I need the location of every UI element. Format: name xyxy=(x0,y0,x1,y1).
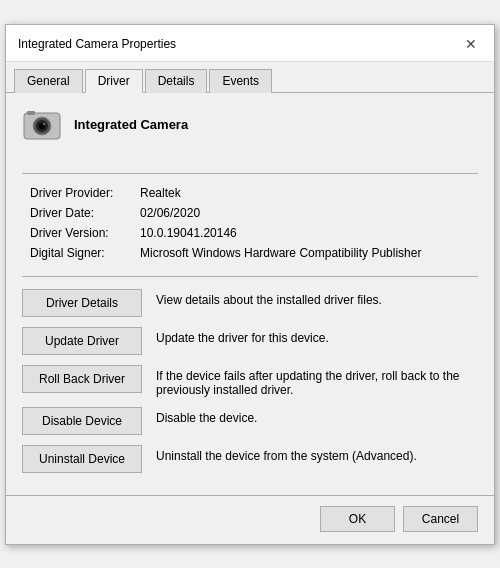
update-driver-button[interactable]: Update Driver xyxy=(22,327,142,355)
dialog-title: Integrated Camera Properties xyxy=(18,37,176,51)
info-row-date: Driver Date: 02/06/2020 xyxy=(30,206,478,220)
info-row-version: Driver Version: 10.0.19041.20146 xyxy=(30,226,478,240)
close-button[interactable]: ✕ xyxy=(460,33,482,55)
cancel-button[interactable]: Cancel xyxy=(403,506,478,532)
tab-events[interactable]: Events xyxy=(209,69,272,93)
device-name: Integrated Camera xyxy=(74,117,188,132)
label-version: Driver Version: xyxy=(30,226,140,240)
camera-icon xyxy=(22,105,62,145)
driver-details-button[interactable]: Driver Details xyxy=(22,289,142,317)
action-rollback-driver: Roll Back Driver If the device fails aft… xyxy=(22,365,478,397)
svg-rect-5 xyxy=(27,111,35,115)
svg-point-4 xyxy=(43,123,45,125)
tab-general[interactable]: General xyxy=(14,69,83,93)
value-version: 10.0.19041.20146 xyxy=(140,226,237,240)
tab-details[interactable]: Details xyxy=(145,69,208,93)
title-bar: Integrated Camera Properties ✕ xyxy=(6,25,494,62)
disable-device-button[interactable]: Disable Device xyxy=(22,407,142,435)
action-uninstall-device: Uninstall Device Uninstall the device fr… xyxy=(22,445,478,473)
value-provider: Realtek xyxy=(140,186,181,200)
value-date: 02/06/2020 xyxy=(140,206,200,220)
rollback-driver-button[interactable]: Roll Back Driver xyxy=(22,365,142,393)
update-driver-desc: Update the driver for this device. xyxy=(156,327,478,345)
actions-divider xyxy=(22,276,478,277)
uninstall-device-desc: Uninstall the device from the system (Ad… xyxy=(156,445,478,463)
action-driver-details: Driver Details View details about the in… xyxy=(22,289,478,317)
ok-button[interactable]: OK xyxy=(320,506,395,532)
disable-device-desc: Disable the device. xyxy=(156,407,478,425)
rollback-driver-desc: If the device fails after updating the d… xyxy=(156,365,478,397)
driver-details-desc: View details about the installed driver … xyxy=(156,289,478,307)
value-signer: Microsoft Windows Hardware Compatibility… xyxy=(140,246,421,260)
dialog-footer: OK Cancel xyxy=(6,495,494,544)
properties-dialog: Integrated Camera Properties ✕ General D… xyxy=(5,24,495,545)
label-signer: Digital Signer: xyxy=(30,246,140,260)
driver-info-table: Driver Provider: Realtek Driver Date: 02… xyxy=(30,186,478,260)
device-header: Integrated Camera xyxy=(22,105,478,157)
info-row-signer: Digital Signer: Microsoft Windows Hardwa… xyxy=(30,246,478,260)
tab-content: Integrated Camera Driver Provider: Realt… xyxy=(6,93,494,495)
tab-bar: General Driver Details Events xyxy=(6,62,494,93)
header-divider xyxy=(22,173,478,174)
uninstall-device-button[interactable]: Uninstall Device xyxy=(22,445,142,473)
label-provider: Driver Provider: xyxy=(30,186,140,200)
info-row-provider: Driver Provider: Realtek xyxy=(30,186,478,200)
action-update-driver: Update Driver Update the driver for this… xyxy=(22,327,478,355)
label-date: Driver Date: xyxy=(30,206,140,220)
action-disable-device: Disable Device Disable the device. xyxy=(22,407,478,435)
tab-driver[interactable]: Driver xyxy=(85,69,143,93)
